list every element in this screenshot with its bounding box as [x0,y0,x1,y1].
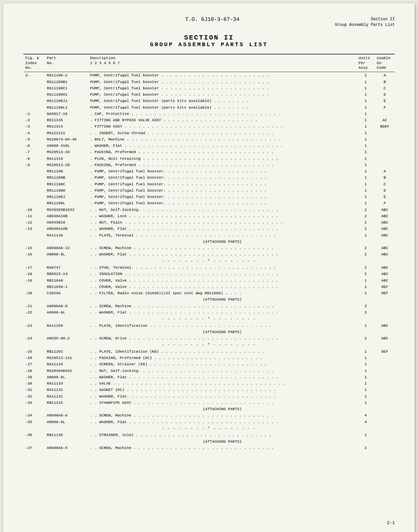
cell-usable: D [375,187,395,194]
cell-usable [375,155,395,162]
cell-fig: -36 [23,432,45,438]
cell-desc: . . INSERT, Screw thread . . . . . . . .… [88,130,357,136]
cell-desc: . . WASHER, Lock . . . . . . . . . . . .… [88,213,357,219]
page-header: T.O. 6J10-3-67-34 Section II Group Assem… [23,17,395,28]
table-row: RR11100L . PUMP, Centrifugal fuel booste… [23,200,395,206]
section-title-block: SECTION II GROUP ASSEMBLY PARTS LIST [23,34,395,48]
cell-desc: . . FILTER, Radio noise (81668)(LSI spec… [88,290,357,296]
cell-fig [23,406,45,412]
th-fig-index: Fig. &IndexNo. [23,54,45,72]
table-row: -17 RA9747 . . STUD, Terminal. . . . . .… [23,264,395,271]
cell-part: MS20364D832 [45,368,88,374]
cell-usable [375,149,395,155]
cell-fig: -9 [23,162,45,168]
table-row: (ATTACHING PARTS) [23,406,395,412]
cell-usable: F [375,104,395,111]
cell-part: RD11314 [45,123,88,130]
cell-fig: -1 [23,111,45,117]
cell-part [45,238,88,245]
cell-fig: -17 [23,264,45,271]
cell-units: 1 [357,79,375,85]
cell-fig: -2 [23,117,45,123]
cell-usable [375,374,395,380]
cell-usable [375,387,395,393]
cell-usable: ABC [375,207,395,213]
table-row: -28 MS20364D832 . . NUT, Self-locking. .… [23,368,395,374]
table-row: -19 RB11048 . . COVER, Valve . . . . . .… [23,277,395,284]
cell-usable [375,438,395,445]
cell-usable: ABC [375,213,395,219]
cell-usable [375,296,395,303]
cell-usable: ABC [375,322,395,329]
cell-part: MS29513-131 [45,355,88,361]
cell-desc: . . PLATE, Terminal . . . . . . . . . . … [88,232,357,238]
cell-usable [375,399,395,406]
table-row: RR11100C . PUMP, Centrifugal fuel booste… [23,181,395,187]
cell-desc: . . NUT, Self-locking. . . . . . . . . .… [88,207,357,213]
cell-units: 1 [357,355,375,361]
cell-units: 1 [357,399,375,406]
cell-part: AN960-8L [45,251,88,257]
cell-usable: A [375,168,395,174]
cell-fig [23,85,45,91]
cell-fig: -20 [23,290,45,296]
cell-usable [375,432,395,438]
page-number: 2-1 [387,520,395,525]
cell-desc: (ATTACHING PARTS) [88,329,357,335]
cell-usable [375,329,395,335]
cell-part: RG11100H1 [45,91,88,98]
page: T.O. 6J10-3-67-34 Section II Group Assem… [3,3,415,532]
cell-fig [23,329,45,335]
cell-desc: . . INSULATION . . . . . . . . . . . . .… [88,271,357,277]
cell-fig: -25 [23,348,45,355]
cell-units: 1 [357,85,375,91]
cell-desc: . . STRAINER, Inlet . . . . . . . . . . … [88,432,357,438]
table-row: RG11100H1 PUMP, Centrifugal fuel booster… [23,91,395,98]
cell-fig [23,91,45,98]
cell-fig: -28 [23,368,45,374]
cell-desc: PUMP, Centrifugal fuel booster . . . . .… [88,91,357,98]
header-section-info: Section II Group Assembly Parts List [335,17,395,28]
table-row: -3 RD11314 . FITTING ASSY . . . . . . . … [23,123,395,130]
cell-usable: B [375,79,395,85]
cell-fig: -18 [23,271,45,277]
cell-units: 1 [357,194,375,200]
table-row: -29 AN960-8L . . WASHER, Flat . . . . . … [23,374,395,380]
cell-fig: 2- [23,72,45,79]
cell-units: 2 [357,219,375,225]
table-row: RR11100 . PUMP, Centrifugal fuel booster… [23,168,395,174]
cell-part: RB11136 [45,432,88,438]
cell-part: MS29513-20 [45,162,88,168]
cell-usable: ABC [375,251,395,257]
cell-part: RG11100B1 [45,79,88,85]
table-row: -32 RA11131 . . WASHER, Flat. . . . . . … [23,393,395,399]
cell-fig: -23 [23,322,45,329]
cell-part: AN960-8L [45,374,88,380]
cell-part: RA11134 [45,361,88,367]
cell-units: 1 [357,232,375,238]
table-row: -9 MS29513-20 . PACKING, Preformed . . .… [23,162,395,168]
cell-fig [23,194,45,200]
table-row: (ATTACHING PARTS) [23,238,395,245]
cell-units: 1 [357,284,375,290]
cell-usable [375,111,395,117]
cell-fig: -26 [23,355,45,361]
cell-fig: -16 [23,251,45,257]
table-row: RR11100J . PUMP, Centrifugal fuel booste… [23,194,395,200]
cell-usable: BDEF [375,123,395,130]
cell-units: 1 [357,117,375,123]
cell-units: 2 [357,445,375,451]
cell-desc: . . STANDPIPE ASSY . . . . . . . . . . .… [88,399,357,406]
table-row: -22 AN960-8L . . WASHER, Flat . . . . . … [23,309,395,315]
cell-units: 1 [357,91,375,98]
cell-units [357,238,375,245]
cell-units: 2 [357,245,375,251]
cell-usable [375,445,395,451]
cell-part: RG11100C1 [45,85,88,91]
table-row: RG11100C1 PUMP, Centrifugal fuel booster… [23,85,395,91]
section-title-line1: SECTION II [23,34,395,42]
cell-desc: . . GASKET (KC) . . . . . . . . . . . . … [88,387,357,393]
cell-desc: . CAP, Protective . . . . . . . . . . . … [88,111,357,117]
cell-part: RR11100B [45,174,88,181]
cell-desc: . PACKING, Preformed . . . . . . . . . .… [88,162,357,168]
